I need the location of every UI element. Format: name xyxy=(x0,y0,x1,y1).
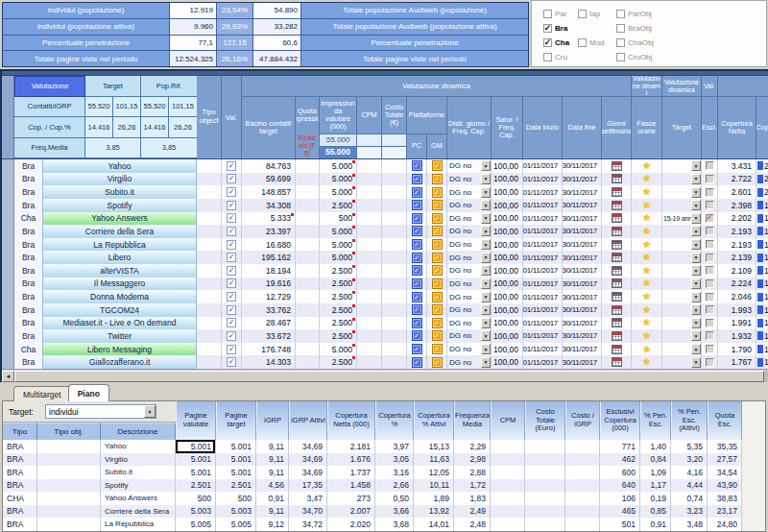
filter-checkbox-iap[interactable]: Iap xyxy=(578,10,616,18)
quota-impression-cell[interactable] xyxy=(296,278,320,291)
val-column-header[interactable]: Val. xyxy=(222,76,242,158)
cpm-cell[interactable] xyxy=(357,278,382,291)
escl-cell[interactable] xyxy=(702,278,718,291)
results-row[interactable]: BRA Spotify 2.501 2.501 4,56 17,35 1.458… xyxy=(3,479,742,493)
pagine-valutate-cell[interactable]: 5.005 xyxy=(176,518,216,531)
gm-checkbox[interactable] xyxy=(432,318,443,328)
costo-totale-cell[interactable] xyxy=(382,159,407,173)
satur-column-header[interactable]: Satur. / Freq. Cap. xyxy=(492,97,523,158)
dropdown-arrow-icon[interactable]: ▼ xyxy=(144,405,156,418)
data-inizio-cell[interactable]: 01/11/2017 xyxy=(523,264,563,278)
gm-checkbox[interactable] xyxy=(432,213,443,224)
quota-impression-cell[interactable] xyxy=(296,343,320,356)
plan-row[interactable]: Bra Subito.it 148.857 5.000 DG no▼ 100,0… xyxy=(2,185,768,199)
gm-subheader[interactable]: GM xyxy=(427,134,446,158)
escl-cell[interactable] xyxy=(702,317,718,330)
calendar-icon[interactable] xyxy=(612,201,622,210)
row-gutter[interactable] xyxy=(2,159,14,173)
distr-dropdown[interactable]: DG no▼ xyxy=(447,173,492,186)
site-name-cell[interactable]: Il Messaggero xyxy=(43,278,197,291)
plan-row[interactable]: Bra Spotify 34.308 2.500 DG no▼ 100,00 0… xyxy=(2,199,768,212)
row-gutter[interactable] xyxy=(2,212,14,226)
ricalcolo-label[interactable]: Ricalcolo [F5] xyxy=(296,133,319,158)
quota-impression-cell[interactable] xyxy=(296,199,320,212)
escl-cell[interactable] xyxy=(702,303,718,317)
giorni-settimana-cell[interactable] xyxy=(602,278,632,291)
quota-impression-cell[interactable] xyxy=(296,264,320,278)
costo-totale-cell[interactable] xyxy=(382,303,407,317)
cpm-cell[interactable] xyxy=(357,159,382,173)
plan-row[interactable]: Cha Libero Messaging 176.748 5.000 DG no… xyxy=(2,343,768,356)
star-icon[interactable]: ★ xyxy=(642,345,651,354)
data-inizio-cell[interactable]: 01/11/2017 xyxy=(523,251,563,264)
dropdown-arrow-icon[interactable]: ▼ xyxy=(481,253,491,263)
distr-dropdown[interactable]: DG no▼ xyxy=(447,159,492,173)
impression-cell[interactable]: 2.500 xyxy=(320,329,357,343)
copertura-netta-column-header[interactable]: Copertura Netta (000) xyxy=(327,401,375,440)
satur-cell[interactable]: 100,00 xyxy=(492,251,523,264)
target-dropdown[interactable]: ▼ xyxy=(662,278,702,291)
dropdown-arrow-icon[interactable]: ▼ xyxy=(481,292,491,302)
valuation-checkbox[interactable] xyxy=(227,266,236,276)
cpm-cell[interactable] xyxy=(357,238,382,252)
cpm-cell[interactable] xyxy=(357,225,382,238)
gm-checkbox[interactable] xyxy=(432,187,443,198)
plan-row[interactable]: Bra Virgilio 59.699 5.000 DG no▼ 100,00 … xyxy=(2,173,768,186)
star-icon[interactable]: ★ xyxy=(642,174,651,183)
site-name-cell[interactable]: Twitter xyxy=(43,329,197,343)
data-inizio-cell[interactable]: 01/11/2017 xyxy=(523,278,563,291)
satur-cell[interactable]: 100,00 xyxy=(492,225,523,238)
giorni-settimana-cell[interactable] xyxy=(602,199,632,212)
giorni-settimana-cell[interactable] xyxy=(602,173,632,186)
pc-checkbox[interactable] xyxy=(412,226,422,236)
data-fine-column-header[interactable]: Data fine xyxy=(563,97,602,158)
costo-totale-cell[interactable] xyxy=(382,317,407,330)
star-icon[interactable]: ★ xyxy=(642,227,651,236)
escl-cell[interactable] xyxy=(702,225,718,238)
dropdown-arrow-icon[interactable]: ▼ xyxy=(481,187,491,198)
data-fine-cell[interactable]: 30/11/2017 xyxy=(563,225,602,238)
impression-cell[interactable]: 2.500 xyxy=(320,264,357,278)
valuation-checkbox[interactable] xyxy=(227,278,236,288)
valuation-checkbox[interactable] xyxy=(227,292,236,302)
escl-cell[interactable] xyxy=(702,251,718,264)
data-fine-cell[interactable]: 30/11/2017 xyxy=(563,343,602,356)
fasce-orarie-cell[interactable]: ★ xyxy=(632,251,662,264)
cpm-cell[interactable] xyxy=(357,329,382,343)
satur-cell[interactable]: 100,00 xyxy=(492,343,523,356)
fasce-orarie-cell[interactable]: ★ xyxy=(632,343,662,356)
target-dropdown[interactable]: ▼ xyxy=(662,343,702,356)
checkbox-icon[interactable] xyxy=(616,10,625,18)
cpm-cell[interactable] xyxy=(357,303,382,317)
gm-checkbox[interactable] xyxy=(432,278,443,289)
cpm-cell[interactable] xyxy=(357,173,382,186)
data-fine-cell[interactable]: 30/11/2017 xyxy=(563,238,602,252)
costo-totale-cell[interactable] xyxy=(382,343,407,356)
dropdown-arrow-icon[interactable]: ▼ xyxy=(481,304,491,315)
cpm-cell[interactable] xyxy=(357,251,382,264)
distr-dropdown[interactable]: DG no▼ xyxy=(447,238,492,252)
filter-checkbox-parobj[interactable]: ParObj xyxy=(616,10,766,18)
valuation-checkbox[interactable] xyxy=(227,201,236,210)
impression-cell[interactable]: 500 xyxy=(320,212,357,226)
escl-cell[interactable] xyxy=(702,159,718,173)
cpm-cell[interactable] xyxy=(357,199,382,212)
escl-cell[interactable] xyxy=(702,264,718,278)
pc-checkbox[interactable] xyxy=(412,187,422,198)
row-gutter[interactable] xyxy=(2,317,14,330)
escl-checkbox[interactable] xyxy=(706,201,714,209)
gm-checkbox[interactable] xyxy=(432,253,443,263)
star-icon[interactable]: ★ xyxy=(642,161,651,171)
giorni-settimana-cell[interactable] xyxy=(602,251,632,264)
pc-checkbox[interactable] xyxy=(412,330,422,341)
calendar-icon[interactable] xyxy=(612,213,622,223)
filter-checkbox-cha[interactable]: Cha xyxy=(543,38,578,47)
quota-impression-cell[interactable] xyxy=(296,290,320,303)
pc-checkbox[interactable] xyxy=(412,292,422,302)
checkbox-icon[interactable] xyxy=(578,10,587,18)
dropdown-arrow-icon[interactable]: ▼ xyxy=(481,174,491,184)
data-inizio-cell[interactable]: 01/11/2017 xyxy=(523,238,563,252)
dropdown-arrow-icon[interactable]: ▼ xyxy=(691,292,701,302)
site-name-cell[interactable]: Spotify xyxy=(43,199,197,212)
valuation-checkbox[interactable] xyxy=(227,357,236,367)
